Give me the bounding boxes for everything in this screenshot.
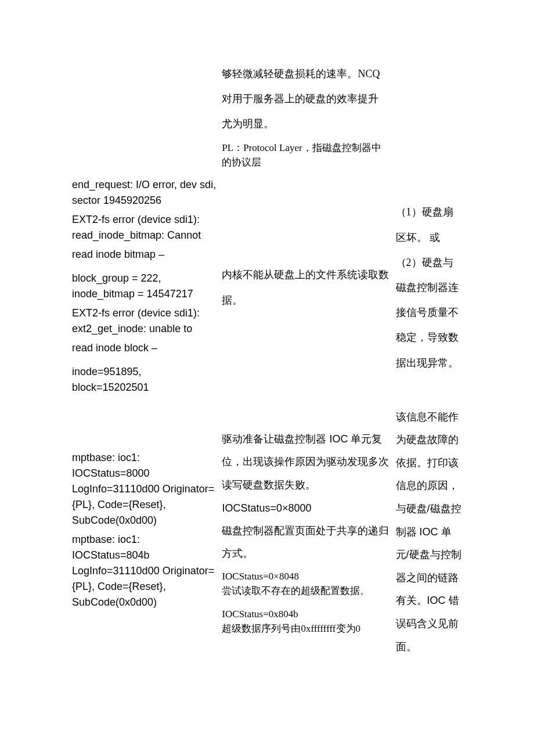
cause-cell: 该信息不能作为硬盘故障的依据。打印该信息的原因，与硬盘/磁盘控制器 IOC 单元… (394, 402, 464, 663)
log-line: inode=951895, block=15202501 (72, 364, 217, 395)
desc-text: 驱动准备让磁盘控制器 IOC 单元复位，出现该操作原因为驱动发现多次读写硬盘数据… (222, 428, 391, 497)
desc-text: IOCStatus=0x804b (222, 607, 391, 622)
log-cell: mptbase: ioc1: IOCStatus=8000 LogInfo=31… (70, 402, 219, 663)
desc-text: IOCStatus=0×8000 (222, 501, 391, 516)
cause-cell (394, 58, 464, 174)
log-line: mptbase: ioc1: IOCStatus=804b LogInfo=31… (72, 532, 217, 610)
log-line: mptbase: ioc1: IOCStatus=8000 LogInfo=31… (72, 450, 217, 528)
cause-cell: （1）硬盘扇区坏。 或（2）硬盘与磁盘控制器连接信号质量不稳定，导致数据出现异常… (394, 174, 464, 402)
cause-text: （1）硬盘扇区坏。 或（2）硬盘与磁盘控制器连接信号质量不稳定，导致数据出现异常… (396, 200, 462, 375)
log-line: read inode bitmap – (72, 247, 217, 262)
desc-text: 尝试读取不存在的超级配置数据。 (222, 584, 391, 599)
table-row: 够轻微减轻硬盘损耗的速率。NCQ 对用于服务器上的硬盘的效率提升 尤为明显。 P… (70, 58, 464, 174)
desc-text: IOCStatus=0×8048 (222, 569, 391, 584)
log-line: EXT2-fs error (device sdi1): read_inode_… (72, 212, 217, 243)
pl-note: PL：Protocol Layer，指磁盘控制器中的协议层 (222, 141, 391, 170)
desc-text: 内核不能从硬盘上的文件系统读取数据。 (222, 262, 391, 312)
log-line: block_group = 222, inode_bitmap = 145472… (72, 271, 217, 302)
log-cell (70, 58, 219, 174)
desc-text: 尤为明显。 (222, 111, 391, 136)
log-line: read inode block – (72, 340, 217, 356)
log-cell: end_request: I/O error, dev sdi, sector … (70, 174, 219, 402)
desc-cell: 够轻微减轻硬盘损耗的速率。NCQ 对用于服务器上的硬盘的效率提升 尤为明显。 P… (219, 58, 393, 174)
log-table: 够轻微减轻硬盘损耗的速率。NCQ 对用于服务器上的硬盘的效率提升 尤为明显。 P… (70, 58, 464, 662)
table-row: end_request: I/O error, dev sdi, sector … (70, 174, 464, 402)
desc-text: 磁盘控制器配置页面处于共享的递归方式。 (222, 520, 391, 566)
desc-cell: 内核不能从硬盘上的文件系统读取数据。 (219, 174, 393, 402)
desc-text: 够轻微减轻硬盘损耗的速率。NCQ (222, 62, 391, 87)
log-line: EXT2-fs error (device sdi1): ext2_get_in… (72, 305, 217, 337)
log-line: end_request: I/O error, dev sdi, sector … (72, 177, 217, 208)
desc-text: 对用于服务器上的硬盘的效率提升 (222, 87, 391, 111)
table-row: mptbase: ioc1: IOCStatus=8000 LogInfo=31… (70, 402, 464, 663)
desc-cell: 驱动准备让磁盘控制器 IOC 单元复位，出现该操作原因为驱动发现多次读写硬盘数据… (219, 402, 393, 663)
cause-text: 该信息不能作为硬盘故障的依据。打印该信息的原因，与硬盘/磁盘控制器 IOC 单元… (396, 406, 462, 659)
desc-text: 超级数据序列号由0xffffffff变为0 (222, 621, 391, 636)
